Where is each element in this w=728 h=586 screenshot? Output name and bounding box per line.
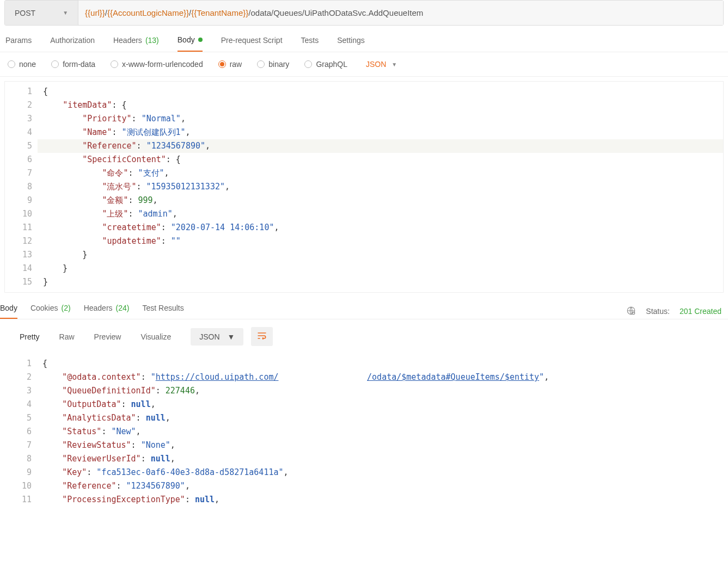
body-language-select[interactable]: JSON ▼ xyxy=(366,60,397,69)
response-format-select[interactable]: JSON ▼ xyxy=(191,328,243,346)
code-area: { "@odata.context": "https://cloud.uipat… xyxy=(37,354,724,510)
view-mode-pretty[interactable]: Pretty xyxy=(10,329,50,344)
code-line[interactable]: "Status": "New", xyxy=(37,425,724,439)
url-variable: {{url}} xyxy=(85,8,105,17)
body-type-selector: none form-data x-www-form-urlencoded raw… xyxy=(0,52,728,77)
status-label: Status: xyxy=(646,307,670,316)
body-modified-indicator-icon xyxy=(198,38,203,42)
body-type-none[interactable]: none xyxy=(8,60,36,69)
resp-tab-headers[interactable]: Headers (24) xyxy=(84,304,130,319)
code-line[interactable]: "Reference": "1234567890", xyxy=(38,139,723,153)
code-line[interactable]: "ReviewStatus": "None", xyxy=(37,439,724,452)
code-line[interactable]: "Key": "fca513ec-0af6-40e3-8d8a-d58271a6… xyxy=(37,466,724,479)
request-body-editor[interactable]: 123456789101112131415 { "itemData": { "P… xyxy=(4,81,724,293)
code-line[interactable]: "createtime": "2020-07-14 14:06:10", xyxy=(38,221,723,235)
radio-icon xyxy=(304,60,312,68)
code-line[interactable]: } xyxy=(38,275,723,289)
http-method-value: POST xyxy=(15,9,35,17)
code-line[interactable]: "Reference": "1234567890", xyxy=(37,479,724,493)
tab-body[interactable]: Body xyxy=(178,35,203,52)
network-icon[interactable] xyxy=(626,306,636,317)
url-segment: /odata/Queues/UiPathODataSvc.AddQueueIte… xyxy=(248,8,423,17)
url-bar: POST ▼ {{url}}/{{AccountLogicName}}/{{Te… xyxy=(4,0,724,26)
radio-icon xyxy=(51,60,59,68)
code-line[interactable]: "SpecificContent": { xyxy=(38,153,723,166)
response-view-modes: Pretty Raw Preview Visualize JSON ▼ xyxy=(0,319,728,354)
code-line[interactable]: } xyxy=(38,248,723,262)
code-line[interactable]: "updatetime": "" xyxy=(38,235,723,248)
tab-headers[interactable]: Headers (13) xyxy=(113,35,159,52)
url-variable: {{TenantName}} xyxy=(191,8,248,17)
code-line[interactable]: "Priority": "Normal", xyxy=(38,112,723,126)
http-method-select[interactable]: POST ▼ xyxy=(5,1,78,25)
code-area[interactable]: { "itemData": { "Priority": "Normal", "N… xyxy=(38,82,723,292)
view-mode-visualize[interactable]: Visualize xyxy=(131,329,181,344)
cookies-count: (2) xyxy=(62,304,71,313)
radio-icon xyxy=(111,60,118,68)
body-type-binary[interactable]: binary xyxy=(257,60,289,69)
chevron-down-icon: ▼ xyxy=(63,10,68,16)
resp-tab-cookies[interactable]: Cookies (2) xyxy=(30,304,71,319)
chevron-down-icon: ▼ xyxy=(391,61,397,67)
response-bar: Body Cookies (2) Headers (24) Test Resul… xyxy=(0,297,728,319)
body-type-graphql[interactable]: GraphQL xyxy=(304,60,347,69)
code-line[interactable]: "流水号": "15935012131332", xyxy=(38,180,723,194)
headers-count: (13) xyxy=(145,36,159,45)
response-body-editor[interactable]: 1234567891011 { "@odata.context": "https… xyxy=(4,354,724,510)
code-line[interactable]: "Name": "测试创建队列1", xyxy=(38,126,723,139)
code-line[interactable]: "AnalyticsData": null, xyxy=(37,411,724,425)
radio-icon xyxy=(218,60,226,68)
view-mode-preview[interactable]: Preview xyxy=(84,329,131,344)
code-line[interactable]: "OutputData": null, xyxy=(37,398,724,411)
body-type-raw[interactable]: raw xyxy=(218,60,242,69)
tab-prerequest[interactable]: Pre-request Script xyxy=(221,35,283,52)
request-tabs: Params Authorization Headers (13) Body P… xyxy=(0,26,728,52)
radio-icon xyxy=(257,60,265,68)
resp-headers-count: (24) xyxy=(116,304,130,313)
resp-tab-body[interactable]: Body xyxy=(0,304,17,319)
view-mode-raw[interactable]: Raw xyxy=(50,329,84,344)
resp-tab-test-results[interactable]: Test Results xyxy=(142,304,183,319)
line-gutter: 1234567891011 xyxy=(4,354,37,510)
radio-icon xyxy=(8,60,15,68)
body-type-form-data[interactable]: form-data xyxy=(51,60,95,69)
code-line[interactable]: "@odata.context": "https://cloud.uipath.… xyxy=(37,371,724,384)
wrap-lines-button[interactable] xyxy=(251,327,273,346)
code-line[interactable]: "QueueDefinitionId": 227446, xyxy=(37,384,724,398)
code-line[interactable]: { xyxy=(37,357,724,371)
body-type-urlencoded[interactable]: x-www-form-urlencoded xyxy=(111,60,203,69)
code-line[interactable]: "上级": "admin", xyxy=(38,207,723,221)
code-line[interactable]: { xyxy=(38,85,723,98)
code-line[interactable]: "ReviewerUserId": null, xyxy=(37,452,724,466)
url-input[interactable]: {{url}}/{{AccountLogicName}}/{{TenantNam… xyxy=(78,1,723,25)
tab-params[interactable]: Params xyxy=(5,35,32,52)
code-line[interactable]: "金额": 999, xyxy=(38,194,723,207)
status-value: 201 Created xyxy=(680,307,721,316)
tab-tests[interactable]: Tests xyxy=(301,35,319,52)
chevron-down-icon: ▼ xyxy=(228,332,235,341)
code-line[interactable]: "ProcessingExceptionType": null, xyxy=(37,493,724,507)
code-line[interactable]: } xyxy=(38,262,723,275)
tab-settings[interactable]: Settings xyxy=(337,35,365,52)
code-line[interactable]: "命令": "支付", xyxy=(38,166,723,180)
line-gutter: 123456789101112131415 xyxy=(5,82,38,292)
url-variable: {{AccountLogicName}} xyxy=(107,8,189,17)
tab-authorization[interactable]: Authorization xyxy=(50,35,95,52)
code-line[interactable]: "itemData": { xyxy=(38,98,723,112)
